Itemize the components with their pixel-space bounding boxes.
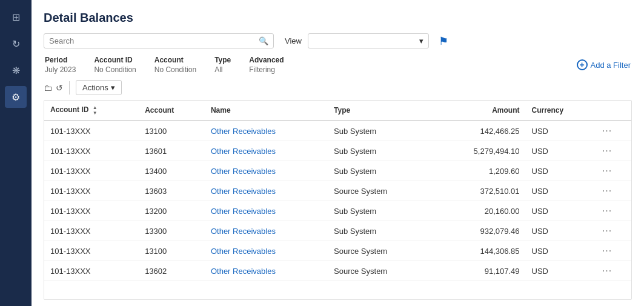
cell-amount: 1,209.60 [433, 161, 525, 181]
toolbar: 🗀 ↺ Actions ▾ [44, 80, 632, 95]
cell-amount: 20,160.00 [433, 201, 525, 221]
cell-account: 13400 [139, 161, 205, 181]
actions-button[interactable]: Actions ▾ [76, 80, 122, 95]
cell-account-id: 101-13XXX [44, 241, 139, 261]
add-filter-button[interactable]: + Add a Filter [577, 59, 631, 70]
cell-amount: 144,306.85 [433, 241, 525, 261]
plus-circle-icon: + [577, 59, 588, 70]
search-box[interactable]: 🔍 [44, 33, 274, 48]
filter-account-id[interactable]: Account ID No Condition [94, 56, 136, 74]
cell-account-id: 101-13XXX [44, 181, 139, 201]
table-row: 101-13XXX 13400 Other Receivables Sub Sy… [44, 161, 631, 181]
cell-name[interactable]: Other Receivables [205, 161, 328, 181]
filter-period[interactable]: Period July 2023 [45, 56, 76, 74]
filter-type-value: All [214, 65, 231, 74]
dots-menu-icon[interactable]: ··· [602, 225, 612, 236]
filter-account-label: Account [154, 56, 196, 64]
filter-period-value: July 2023 [45, 65, 76, 74]
cell-account: 13603 [139, 181, 205, 201]
cell-account-id: 101-13XXX [44, 121, 139, 141]
view-select[interactable]: ▾ [308, 33, 429, 48]
refresh-icon[interactable]: ↺ [56, 83, 63, 93]
cell-currency: USD [526, 241, 596, 261]
cell-type: Sub System [328, 161, 433, 181]
col-actions [596, 101, 631, 121]
cell-dots-menu[interactable]: ··· [596, 221, 631, 241]
filter-account-id-value: No Condition [94, 65, 136, 74]
filter-account-value: No Condition [154, 65, 196, 74]
dots-menu-icon[interactable]: ··· [602, 245, 612, 256]
filter-advanced-value: Filtering [249, 65, 284, 74]
cell-name[interactable]: Other Receivables [205, 121, 328, 141]
filter-period-label: Period [45, 56, 76, 64]
cell-name[interactable]: Other Receivables [205, 221, 328, 241]
page-title: Detail Balances [44, 11, 632, 25]
dots-menu-icon[interactable]: ··· [602, 165, 612, 176]
folder-icon[interactable]: 🗀 [44, 83, 52, 93]
cell-account-id: 101-13XXX [44, 221, 139, 241]
toolbar-divider [69, 81, 70, 95]
cell-currency: USD [526, 201, 596, 221]
cell-account: 13300 [139, 221, 205, 241]
cell-dots-menu[interactable]: ··· [596, 241, 631, 261]
cell-amount: 372,510.01 [433, 181, 525, 201]
col-account-id[interactable]: Account ID ▲▼ [44, 101, 139, 121]
chevron-down-icon: ▾ [419, 36, 423, 45]
cell-currency: USD [526, 181, 596, 201]
actions-chevron-icon: ▾ [111, 83, 115, 92]
dots-menu-icon[interactable]: ··· [602, 205, 612, 216]
cell-name[interactable]: Other Receivables [205, 201, 328, 221]
dots-menu-icon[interactable]: ··· [602, 125, 612, 136]
network-icon[interactable]: ❋ [5, 59, 27, 81]
cell-currency: USD [526, 141, 596, 161]
cell-dots-menu[interactable]: ··· [596, 201, 631, 221]
home-icon[interactable]: ⊞ [5, 6, 27, 28]
settings-icon[interactable]: ⚙ [5, 86, 27, 108]
table-row: 101-13XXX 13601 Other Receivables Sub Sy… [44, 141, 631, 161]
filter-account[interactable]: Account No Condition [154, 56, 196, 74]
cell-account: 13200 [139, 201, 205, 221]
table-row: 101-13XXX 13602 Other Receivables Source… [44, 261, 631, 281]
filter-advanced-label: Advanced [249, 56, 284, 64]
dashboard-icon[interactable]: ↻ [5, 33, 27, 55]
filter-type-label: Type [214, 56, 231, 64]
actions-label: Actions [82, 83, 108, 92]
view-label: View [285, 36, 302, 45]
filter-icon[interactable]: ⚑ [439, 35, 448, 48]
search-icon: 🔍 [259, 36, 268, 45]
dots-menu-icon[interactable]: ··· [602, 185, 612, 196]
cell-amount: 142,466.25 [433, 121, 525, 141]
cell-type: Sub System [328, 201, 433, 221]
cell-dots-menu[interactable]: ··· [596, 161, 631, 181]
cell-name[interactable]: Other Receivables [205, 141, 328, 161]
table-row: 101-13XXX 13100 Other Receivables Source… [44, 241, 631, 261]
dots-menu-icon[interactable]: ··· [602, 145, 612, 156]
filter-row: Period July 2023 Account ID No Condition… [44, 56, 632, 74]
cell-name[interactable]: Other Receivables [205, 241, 328, 261]
cell-type: Source System [328, 261, 433, 281]
cell-type: Sub System [328, 221, 433, 241]
cell-dots-menu[interactable]: ··· [596, 121, 631, 141]
cell-type: Source System [328, 241, 433, 261]
sort-arrows-account-id: ▲▼ [93, 105, 98, 116]
cell-dots-menu[interactable]: ··· [596, 141, 631, 161]
cell-dots-menu[interactable]: ··· [596, 181, 631, 201]
cell-name[interactable]: Other Receivables [205, 181, 328, 201]
table-row: 101-13XXX 13200 Other Receivables Sub Sy… [44, 201, 631, 221]
search-input[interactable] [49, 36, 259, 45]
dots-menu-icon[interactable]: ··· [602, 265, 612, 276]
cell-currency: USD [526, 121, 596, 141]
sidebar: ⊞ ↻ ❋ ⚙ [0, 0, 32, 306]
table-row: 101-13XXX 13603 Other Receivables Source… [44, 181, 631, 201]
cell-account-id: 101-13XXX [44, 141, 139, 161]
cell-type: Sub System [328, 121, 433, 141]
cell-currency: USD [526, 161, 596, 181]
cell-name[interactable]: Other Receivables [205, 261, 328, 281]
filter-type[interactable]: Type All [214, 56, 231, 74]
table-row: 101-13XXX 13100 Other Receivables Sub Sy… [44, 121, 631, 141]
cell-dots-menu[interactable]: ··· [596, 261, 631, 281]
cell-account: 13100 [139, 121, 205, 141]
filter-advanced[interactable]: Advanced Filtering [249, 56, 284, 74]
filter-account-id-label: Account ID [94, 56, 136, 64]
cell-account: 13602 [139, 261, 205, 281]
